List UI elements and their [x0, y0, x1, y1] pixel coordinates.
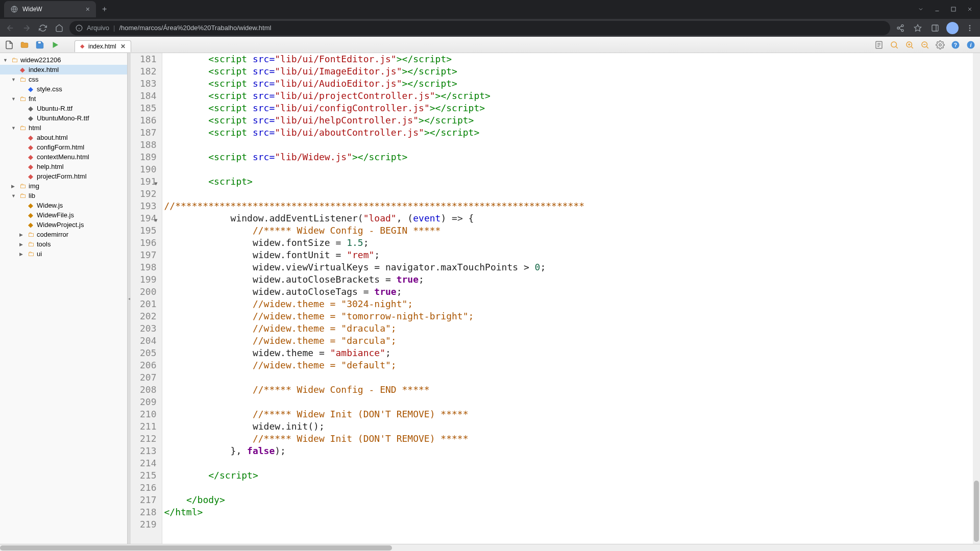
- save-icon[interactable]: [34, 39, 46, 51]
- code-line[interactable]: <script src="lib/ui/aboutController.js">…: [164, 127, 585, 139]
- open-folder-icon[interactable]: [18, 39, 31, 51]
- tree-file[interactable]: ◆contextMenu.html: [0, 152, 127, 162]
- browser-tab[interactable]: WideW ×: [4, 1, 96, 17]
- code-line[interactable]: widew.fontSize = 1.5;: [164, 237, 585, 249]
- code-line[interactable]: window.addEventListener("load", (event) …: [164, 212, 585, 224]
- zoom-in-icon[interactable]: [903, 39, 916, 51]
- tree-folder[interactable]: ▼🗀css: [0, 74, 127, 84]
- code-line[interactable]: <script src="lib/ui/FontEditor.js"></scr…: [164, 53, 585, 65]
- forward-icon[interactable]: [20, 22, 33, 34]
- gear-icon[interactable]: [934, 39, 946, 51]
- code-line[interactable]: //widew.theme = "3024-night";: [164, 298, 585, 310]
- code-line[interactable]: <script src="lib/ui/ImageEditor.js"></sc…: [164, 65, 585, 78]
- code-line[interactable]: </script>: [164, 469, 585, 482]
- code-line[interactable]: <script>: [164, 176, 585, 188]
- tree-file[interactable]: ◆Widew.js: [0, 201, 127, 210]
- sidepanel-icon[interactable]: [929, 22, 941, 34]
- code-line[interactable]: [164, 188, 585, 200]
- code-line[interactable]: widew.autoCloseTags = true;: [164, 286, 585, 298]
- window-controls: [915, 4, 980, 14]
- code-line[interactable]: <script src="lib/ui/configController.js"…: [164, 102, 585, 114]
- editor-tabs: ◆ index.html ✕: [75, 38, 131, 52]
- code-line[interactable]: //***** Widew Config - END *****: [164, 384, 585, 396]
- close-icon[interactable]: ✕: [120, 43, 126, 50]
- code-line[interactable]: [164, 163, 585, 176]
- zoom-out-icon[interactable]: [919, 39, 931, 51]
- code-editor[interactable]: 181182183184185186187188189190191▼192193…: [131, 53, 980, 544]
- code-line[interactable]: //**************************************…: [164, 200, 585, 212]
- svg-rect-7: [932, 25, 938, 31]
- code-line[interactable]: //***** Widew Init (DON'T REMOVE) *****: [164, 433, 585, 445]
- code-line[interactable]: widew.theme = "ambiance";: [164, 347, 585, 359]
- code-content[interactable]: <script src="lib/ui/FontEditor.js"></scr…: [162, 53, 585, 544]
- tree-folder[interactable]: ▼🗀fnt: [0, 94, 127, 104]
- tree-file[interactable]: ◆WidewFile.js: [0, 210, 127, 220]
- code-line[interactable]: //widew.theme = "default";: [164, 359, 585, 371]
- reload-icon[interactable]: [37, 22, 49, 34]
- code-line[interactable]: <script src="lib/ui/AudioEditor.js"></sc…: [164, 78, 585, 90]
- play-icon[interactable]: [49, 39, 61, 51]
- editor-tab[interactable]: ◆ index.html ✕: [75, 40, 131, 52]
- maximize-icon[interactable]: [947, 4, 960, 14]
- code-line[interactable]: [164, 396, 585, 408]
- tree-file[interactable]: ◆help.html: [0, 162, 127, 171]
- tree-folder[interactable]: ▶🗀ui: [0, 249, 127, 259]
- code-line[interactable]: [164, 371, 585, 384]
- back-icon[interactable]: [4, 22, 16, 34]
- star-icon[interactable]: [912, 22, 924, 34]
- code-line[interactable]: <script src="lib/ui/helpController.js"><…: [164, 114, 585, 127]
- file-tree[interactable]: ▼🗀widew221206◆index.html▼🗀css◆style.css▼…: [0, 53, 128, 544]
- code-line[interactable]: widew.init();: [164, 420, 585, 433]
- code-line[interactable]: [164, 139, 585, 151]
- help-icon[interactable]: ?: [949, 39, 962, 51]
- code-line[interactable]: //***** Widew Init (DON'T REMOVE) *****: [164, 408, 585, 420]
- code-line[interactable]: <script src="lib/ui/projectController.js…: [164, 90, 585, 102]
- tree-file[interactable]: ◆about.html: [0, 133, 127, 142]
- svg-rect-1: [951, 7, 955, 11]
- tree-folder[interactable]: ▶🗀tools: [0, 239, 127, 249]
- tree-folder[interactable]: ▶🗀img: [0, 181, 127, 191]
- tree-file[interactable]: ◆projectForm.html: [0, 171, 127, 181]
- close-icon[interactable]: ×: [86, 5, 90, 13]
- vertical-scrollbar[interactable]: [973, 53, 980, 544]
- menu-icon[interactable]: [964, 22, 976, 34]
- info-icon[interactable]: i: [965, 39, 977, 51]
- chevron-down-icon[interactable]: [915, 4, 927, 14]
- code-line[interactable]: //***** Widew Config - BEGIN *****: [164, 224, 585, 237]
- code-line[interactable]: }, false);: [164, 445, 585, 457]
- tree-folder[interactable]: ▼🗀html: [0, 123, 127, 133]
- window-close-icon[interactable]: [964, 4, 976, 14]
- minimize-icon[interactable]: [931, 4, 943, 14]
- code-line[interactable]: //widew.theme = "darcula";: [164, 335, 585, 347]
- tree-file[interactable]: ◆style.css: [0, 84, 127, 94]
- tree-folder[interactable]: ▼🗀lib: [0, 191, 127, 201]
- avatar[interactable]: [946, 22, 959, 34]
- home-icon[interactable]: [53, 22, 65, 34]
- tree-folder[interactable]: ▼🗀widew221206: [0, 55, 127, 65]
- code-line[interactable]: [164, 518, 585, 531]
- new-tab-button[interactable]: +: [96, 5, 113, 14]
- code-line[interactable]: <script src="lib/Widew.js"></script>: [164, 151, 585, 163]
- new-doc-icon[interactable]: [873, 39, 885, 51]
- horizontal-scrollbar[interactable]: [0, 544, 980, 551]
- editor-tab-label: index.html: [88, 43, 116, 50]
- search-icon[interactable]: [888, 39, 900, 51]
- code-line[interactable]: widew.autoCloseBrackets = true;: [164, 273, 585, 286]
- code-line[interactable]: widew.fontUnit = "rem";: [164, 249, 585, 261]
- tree-file[interactable]: ◆configForm.html: [0, 142, 127, 152]
- code-line[interactable]: [164, 457, 585, 469]
- code-line[interactable]: //widew.theme = "tomorrow-night-bright";: [164, 310, 585, 322]
- tree-file[interactable]: ◆WidewProject.js: [0, 220, 127, 230]
- tree-folder[interactable]: ▶🗀codemirror: [0, 230, 127, 239]
- share-icon[interactable]: [894, 22, 906, 34]
- code-line[interactable]: </body>: [164, 494, 585, 506]
- url-input[interactable]: Arquivo | /home/marcos/Área%20de%20Traba…: [69, 21, 890, 35]
- code-line[interactable]: //widew.theme = "dracula";: [164, 322, 585, 335]
- tree-file[interactable]: ◆index.html: [0, 65, 127, 74]
- tree-file[interactable]: ◆UbuntuMono-R.ttf: [0, 113, 127, 123]
- new-file-icon[interactable]: [3, 39, 15, 51]
- code-line[interactable]: widew.viewVirtualKeys = navigator.maxTou…: [164, 261, 585, 273]
- code-line[interactable]: [164, 482, 585, 494]
- code-line[interactable]: </html>: [164, 506, 585, 518]
- tree-file[interactable]: ◆Ubuntu-R.ttf: [0, 104, 127, 113]
